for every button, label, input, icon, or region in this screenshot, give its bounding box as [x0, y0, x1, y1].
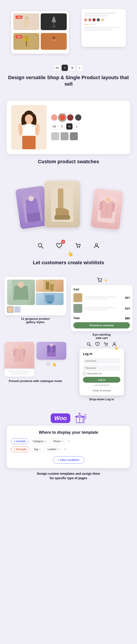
svg-point-35: [95, 244, 98, 246]
condition-row-1: + Include Category ▼ Shoes ▼ ×: [11, 438, 126, 444]
cart-icon-btn[interactable]: [73, 241, 83, 251]
gallery-strip-1[interactable]: [7, 306, 13, 313]
template-title: Where to display your template: [11, 430, 126, 435]
texture-3[interactable]: [70, 132, 78, 140]
color-swatch-2[interactable]: [59, 114, 65, 121]
user-icon-btn[interactable]: [92, 241, 101, 251]
product-stack: [4, 178, 133, 236]
shoes-select[interactable]: Shoes ▼: [51, 438, 66, 444]
cursor-hand: 👆: [67, 251, 73, 257]
stack-card-jacket: [91, 188, 124, 230]
catalogue-card-col: 👆: [36, 342, 66, 377]
chevron-down-icon-4: ▼: [57, 448, 59, 450]
gallery-box: [4, 277, 66, 315]
cart-title: Cart: [73, 288, 79, 291]
leather-select[interactable]: Leather ▼: [45, 446, 62, 452]
cart-img-1: [73, 293, 82, 302]
svg-rect-42: [45, 295, 54, 302]
stack-card-dress: [15, 186, 49, 229]
close-condition-2[interactable]: ×: [64, 448, 66, 451]
gallery-main-img: [7, 280, 35, 305]
add-condition-button[interactable]: + Add condition: [53, 456, 84, 464]
cursor-hand-3: 👆: [114, 346, 118, 350]
password-input[interactable]: [83, 365, 120, 371]
search-icon-btn[interactable]: [36, 241, 45, 251]
svg-line-55: [89, 345, 91, 346]
svg-rect-61: [85, 414, 86, 416]
cart-price-2: $23: [125, 307, 130, 310]
shoes-label: Shoes: [53, 440, 61, 443]
svg-rect-51: [48, 346, 50, 352]
close-condition-1[interactable]: ×: [68, 440, 70, 443]
username-input[interactable]: [83, 358, 120, 364]
size-m[interactable]: M: [69, 65, 75, 71]
login-button[interactable]: Log in: [83, 377, 120, 383]
svg-point-58: [114, 342, 115, 344]
svg-rect-2: [53, 22, 54, 27]
cart-item-1: $57: [73, 293, 130, 302]
login-catalogue-grid: 👆 Present products with catalogue mode 👆…: [4, 342, 133, 401]
size-xs[interactable]: XS: [51, 123, 57, 130]
texture-2[interactable]: [60, 132, 68, 140]
texture-swatches: [51, 132, 126, 140]
svg-rect-18: [22, 136, 36, 149]
svg-rect-40: [50, 284, 54, 291]
size-s[interactable]: S: [59, 123, 65, 130]
remember-checkbox[interactable]: [83, 372, 86, 375]
cart-total-value: $80: [125, 317, 130, 320]
texture-1[interactable]: [51, 132, 59, 140]
size-row: XS S M L: [51, 123, 126, 130]
sale-badge-1: -50%: [15, 16, 22, 19]
svg-point-34: [79, 247, 80, 248]
cart-item-lines-2: [84, 306, 123, 311]
svg-rect-47: [13, 350, 15, 356]
include-button[interactable]: + Include: [11, 438, 28, 444]
svg-point-17: [25, 114, 33, 123]
boot-image: [44, 180, 80, 228]
dress-image: [15, 186, 49, 229]
icon-bar: 3 👆: [4, 241, 133, 251]
woo-badge: Woo: [51, 414, 70, 423]
cart-wrapper: 👆 Cart $57: [71, 277, 133, 340]
color-swatch-3[interactable]: [67, 114, 73, 121]
woo-logo-row: Woo: [4, 412, 133, 424]
wishlist-section: 3 👆 Let customers create wishlists: [0, 174, 137, 273]
color-swatch-1[interactable]: [51, 114, 57, 121]
checkout-button[interactable]: Proceed to checkout: [73, 322, 130, 328]
size-m[interactable]: M: [66, 123, 73, 130]
star-empty: ★: [94, 23, 96, 26]
svg-rect-62: [85, 417, 86, 419]
catalogue-card-1-line: [4, 368, 34, 377]
product-cards-demo: -50% -20%: [4, 7, 133, 60]
swatches-title: Custom product swatches: [4, 158, 133, 165]
user-icon-circle: 👆: [112, 342, 117, 347]
condition-row-2: + Exclude Tag ▼ Leather ▼ ×: [11, 446, 126, 452]
svg-point-37: [18, 282, 24, 288]
svg-rect-39: [46, 282, 49, 290]
star-empty: ★: [91, 23, 93, 26]
size-xs[interactable]: XS: [54, 65, 60, 71]
create-account-link[interactable]: Create an account: [83, 388, 120, 392]
svg-point-46: [17, 345, 21, 348]
category-select[interactable]: Category ▼: [30, 438, 49, 444]
svg-point-11: [52, 39, 56, 41]
chevron-down-icon-2: ▼: [62, 440, 64, 442]
exclude-button[interactable]: + Exclude: [11, 446, 29, 452]
woo-section: Woo Where to display your template + Inc…: [0, 406, 137, 487]
size-l[interactable]: L: [74, 123, 80, 130]
remember-row: Remember me: [83, 372, 120, 375]
gallery-strip-2[interactable]: [14, 306, 20, 313]
gallery-grid: [7, 280, 64, 305]
tag-label: Tag: [34, 448, 38, 451]
catalogue-card-1: [4, 342, 34, 377]
tag-select[interactable]: Tag ▼: [31, 446, 43, 452]
chevron-down-icon-3: ▼: [39, 448, 41, 450]
color-swatch-4[interactable]: [75, 114, 81, 121]
login-icons-row: 👆: [71, 342, 133, 347]
model-image: [11, 105, 47, 150]
size-l[interactable]: L: [77, 65, 83, 71]
lost-password-link[interactable]: Lost password?: [83, 384, 120, 386]
size-s[interactable]: S: [62, 65, 68, 71]
cart-icon-row: 👆: [71, 277, 133, 283]
login-title: Log in: [83, 352, 120, 356]
